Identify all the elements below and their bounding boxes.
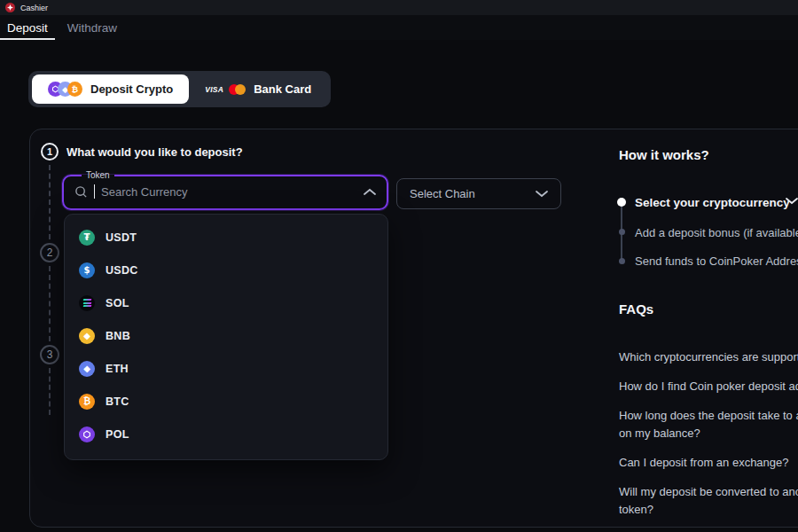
- visa-icon: VISA: [205, 85, 223, 94]
- token-option-label: POL: [106, 428, 129, 441]
- bank-card-button[interactable]: VISA Bank Card: [189, 74, 327, 104]
- pol-icon: [79, 426, 95, 442]
- sol-icon: [79, 295, 95, 311]
- tab-withdraw[interactable]: Withdraw: [60, 15, 124, 40]
- token-search-field[interactable]: Token Search Currency: [62, 170, 388, 210]
- search-icon: [74, 185, 88, 199]
- faq-question[interactable]: Will my deposit be converted to another …: [619, 483, 798, 519]
- tab-deposit[interactable]: Deposit: [0, 15, 55, 40]
- text-cursor: [94, 184, 95, 199]
- cashier-tabbar: Deposit Withdraw: [0, 15, 798, 40]
- token-option-usdc[interactable]: $ USDC: [65, 254, 387, 286]
- faq-question[interactable]: How long does the deposit take to appear…: [619, 407, 798, 442]
- window-title: Cashier: [20, 4, 48, 12]
- token-option-label: ETH: [106, 363, 129, 375]
- token-option-bnb[interactable]: ◆ BNB: [65, 319, 387, 352]
- hiw-step-send-funds[interactable]: Send funds to CoinPoker Address: [635, 254, 798, 268]
- coinpoker-logo-icon: [5, 3, 15, 12]
- token-option-label: USDC: [106, 264, 138, 277]
- token-field-label: Token: [82, 170, 114, 180]
- token-option-label: BNB: [106, 330, 130, 342]
- hiw-step-bonus[interactable]: Add a deposit bonus (if available): [635, 226, 798, 239]
- faq-question[interactable]: Can I deposit from an exchange?: [619, 454, 798, 472]
- faq-list: Which cryptocurrencies are supported? Ho…: [619, 348, 798, 530]
- chain-select-placeholder: Select Chain: [410, 187, 528, 200]
- token-option-label: SOL: [106, 297, 129, 309]
- token-dropdown-list: ₮ USDT $ USDC SOL ◆ BNB ◆ ETH ₿ BTC POL: [64, 214, 388, 460]
- faq-question[interactable]: How do I find Coin poker deposit address…: [619, 378, 798, 395]
- bnb-icon: ◆: [79, 328, 95, 344]
- usdc-icon: $: [79, 262, 95, 278]
- timeline-dot: [619, 229, 625, 235]
- timeline-dot: [619, 258, 625, 264]
- step-2-indicator: 2: [40, 243, 59, 262]
- payment-method-toggle: ◆ ₿ Deposit Crypto VISA Bank Card: [28, 71, 331, 107]
- token-option-label: BTC: [106, 395, 129, 408]
- step-1-title: What would you like to deposit?: [66, 145, 243, 159]
- chevron-down-icon: [536, 190, 548, 198]
- btc-coin-icon: ₿: [67, 82, 82, 97]
- hiw-step-select-crypto[interactable]: Select your cryptocurrency: [635, 196, 790, 209]
- token-option-usdt[interactable]: ₮ USDT: [65, 221, 387, 254]
- deposit-crypto-label: Deposit Crypto: [90, 82, 173, 96]
- mastercard-icon: [229, 84, 246, 95]
- token-option-btc[interactable]: ₿ BTC: [65, 385, 387, 418]
- eth-icon: ◆: [79, 361, 95, 377]
- step-1-indicator: 1: [41, 143, 59, 160]
- token-option-pol[interactable]: POL: [65, 418, 387, 450]
- cashier-window: { "window": { "title": "Cashier" }, "tab…: [0, 0, 798, 532]
- how-it-works-title: How it works?: [619, 147, 709, 162]
- bank-card-label: Bank Card: [254, 82, 311, 96]
- deposit-crypto-button[interactable]: ◆ ₿ Deposit Crypto: [32, 74, 189, 104]
- token-option-sol[interactable]: SOL: [65, 286, 387, 319]
- btc-icon: ₿: [79, 394, 95, 410]
- token-option-label: USDT: [106, 231, 137, 244]
- crypto-coins-icon: ◆ ₿: [48, 82, 82, 97]
- faqs-title: FAQs: [619, 301, 653, 317]
- window-titlebar: Cashier: [0, 0, 798, 15]
- chevron-down-icon[interactable]: [786, 197, 798, 205]
- timeline-dot-active: [617, 198, 626, 207]
- step-3-indicator: 3: [40, 345, 59, 364]
- token-search-placeholder: Search Currency: [101, 185, 357, 199]
- token-option-eth[interactable]: ◆ ETH: [65, 352, 387, 385]
- chevron-up-icon[interactable]: [364, 188, 376, 196]
- chain-select[interactable]: Select Chain: [396, 178, 561, 209]
- step-connector-1: [49, 165, 51, 239]
- usdt-icon: ₮: [79, 230, 95, 246]
- step-connector-3: [49, 368, 51, 415]
- step-connector-2: [49, 266, 51, 341]
- faq-question[interactable]: Which cryptocurrencies are supported?: [619, 348, 798, 366]
